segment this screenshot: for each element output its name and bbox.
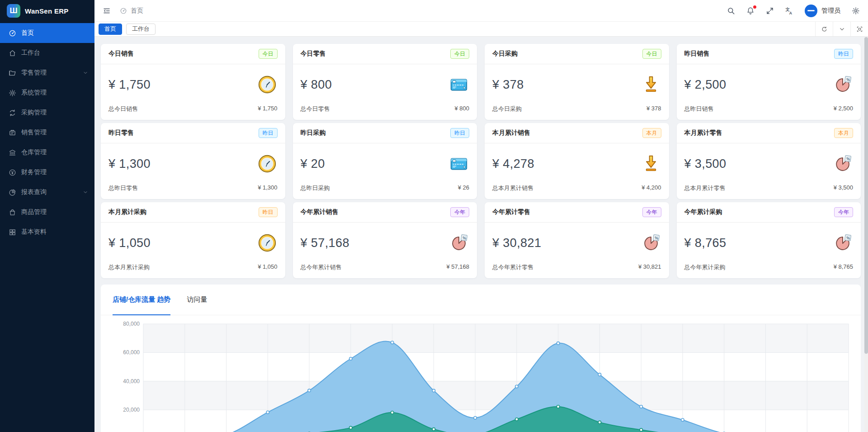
- header-actions: 文A 管理员: [727, 5, 860, 17]
- card-footer-label: 总昨日采购: [301, 184, 330, 192]
- card-value: ¥ 3,500: [684, 157, 726, 171]
- bank-card-icon: [448, 153, 469, 174]
- card-period-badge: 今年: [642, 207, 661, 217]
- card-value: ¥ 1,750: [108, 78, 151, 92]
- card-value: ¥ 20: [301, 157, 325, 171]
- stat-card: 今年累计零售 今年 ¥ 30,821 % 总今年累计零售 ¥ 30,821: [485, 202, 669, 278]
- sidebar-item-goods[interactable]: 商品管理: [0, 202, 94, 222]
- card-footer-label: 总今年累计销售: [301, 263, 342, 271]
- content-fullscreen-icon[interactable]: [850, 22, 868, 36]
- card-period-badge: 今日: [259, 49, 278, 59]
- card-footer-label: 总昨日销售: [684, 105, 714, 113]
- pie-icon: %: [641, 233, 661, 253]
- stat-card: 本月累计零售 本月 ¥ 3,500 % 总本月累计零售 ¥ 3,500: [677, 123, 861, 199]
- stat-card: 今年累计销售 今年 ¥ 57,168 % 总今年累计销售 ¥ 57,168: [293, 202, 477, 278]
- page-tabs-bar: 首页工作台: [94, 22, 868, 37]
- dashboard-icon: [120, 7, 127, 14]
- chart-tab[interactable]: 店铺/仓库流量 趋势: [113, 285, 170, 315]
- finance-icon: [9, 169, 16, 176]
- sidebar-item-retail[interactable]: 零售管理: [0, 63, 94, 83]
- card-footer-label: 总今年累计零售: [492, 263, 533, 271]
- stat-card: 昨日销售 昨日 ¥ 2,500 % 总昨日销售 ¥ 2,500: [677, 44, 861, 120]
- card-footer-value: ¥ 3,500: [834, 184, 853, 192]
- page-tabs: 首页工作台: [99, 24, 160, 35]
- top-header: 首页 文A 管理员: [94, 0, 868, 22]
- card-value: ¥ 8,765: [684, 236, 726, 250]
- pie-icon: %: [448, 233, 469, 253]
- sidebar-item-label: 采购管理: [21, 109, 88, 117]
- app-title: WanSen ERP: [25, 7, 69, 15]
- card-period-badge: 昨日: [834, 49, 853, 59]
- card-period-badge: 本月: [834, 128, 853, 138]
- sidebar-item-workbench[interactable]: 工作台: [0, 43, 94, 63]
- card-title: 本月累计销售: [492, 129, 530, 137]
- sidebar-item-reports[interactable]: 报表查询: [0, 182, 94, 202]
- breadcrumb: 首页: [120, 7, 143, 15]
- stat-card: 今年累计采购 今年 ¥ 8,765 % 总今年累计采购 ¥ 8,765: [677, 202, 861, 278]
- sidebar-menu: 首页 工作台 零售管理 系统管理 采购管理 销售管理 仓库管理 财务管理 报表查…: [0, 22, 94, 242]
- stat-card: 昨日采购 昨日 ¥ 20 总昨日采购 ¥ 26: [293, 123, 477, 199]
- card-value: ¥ 30,821: [492, 236, 541, 250]
- settings-gear-icon[interactable]: [852, 7, 860, 15]
- page-tab[interactable]: 工作台: [126, 24, 156, 35]
- notifications-button[interactable]: [746, 7, 755, 15]
- card-footer-value: ¥ 1,300: [258, 184, 277, 192]
- tab-controls: [815, 22, 868, 36]
- sidebar-item-finance[interactable]: 财务管理: [0, 162, 94, 182]
- user-menu[interactable]: 管理员: [805, 5, 840, 17]
- stat-card: 今日采购 今日 ¥ 378 总今日采购 ¥ 378: [485, 44, 669, 120]
- stat-card: 今日零售 今日 ¥ 800 总今日零售 ¥ 800: [293, 44, 477, 120]
- clock-icon: [257, 233, 278, 253]
- stat-card: 今日销售 今日 ¥ 1,750 总今日销售 ¥ 1,750: [101, 44, 285, 120]
- svg-text:%: %: [654, 236, 658, 241]
- scrollbar-thumb[interactable]: [864, 37, 868, 354]
- card-footer-label: 总昨日零售: [108, 184, 138, 192]
- card-title: 今年累计零售: [492, 208, 530, 216]
- sidebar-item-sales[interactable]: 销售管理: [0, 123, 94, 142]
- sidebar-item-label: 基本资料: [21, 228, 88, 236]
- sidebar-item-system[interactable]: 系统管理: [0, 83, 94, 103]
- trend-chart-card: 店铺/仓库流量 趋势访问量 20,00040,00060,00080,000: [101, 285, 861, 432]
- download-icon: [641, 153, 661, 174]
- home-icon: [9, 49, 16, 57]
- chart-tab[interactable]: 访问量: [187, 285, 207, 315]
- card-value: ¥ 57,168: [301, 236, 349, 250]
- page-tab[interactable]: 首页: [99, 24, 122, 35]
- card-value: ¥ 1,300: [108, 157, 151, 171]
- search-icon[interactable]: [727, 7, 735, 15]
- card-title: 今日销售: [108, 50, 134, 58]
- sidebar-item-dashboard[interactable]: 首页: [0, 23, 94, 43]
- card-footer-value: ¥ 378: [646, 105, 661, 113]
- vertical-scrollbar[interactable]: [864, 37, 868, 432]
- svg-text:%: %: [846, 77, 850, 82]
- chevron-down-icon[interactable]: [833, 22, 850, 36]
- svg-text:%: %: [846, 236, 850, 241]
- card-value: ¥ 2,500: [684, 78, 726, 92]
- app-logo[interactable]: Ш WanSen ERP: [0, 0, 94, 22]
- sidebar-collapse-icon[interactable]: [103, 7, 111, 15]
- card-title: 昨日采购: [301, 129, 326, 137]
- card-footer-label: 总今年累计采购: [684, 263, 726, 271]
- clock-icon: [257, 74, 278, 95]
- clock-icon: [257, 153, 278, 174]
- sidebar-item-purchase[interactable]: 采购管理: [0, 103, 94, 123]
- app-root: Ш WanSen ERP 首页 工作台 零售管理 系统管理 采购管理 销售管理 …: [0, 0, 868, 432]
- sidebar-item-warehouse[interactable]: 仓库管理: [0, 142, 94, 162]
- card-period-badge: 昨日: [259, 207, 278, 217]
- translate-icon[interactable]: 文A: [785, 7, 793, 15]
- sidebar-item-basic[interactable]: 基本资料: [0, 222, 94, 242]
- refresh-icon[interactable]: [815, 22, 833, 36]
- card-value: ¥ 1,050: [108, 236, 151, 250]
- svg-text:60,000: 60,000: [123, 349, 140, 356]
- grid-icon: [9, 228, 16, 236]
- fullscreen-icon[interactable]: [766, 7, 774, 15]
- breadcrumb-label[interactable]: 首页: [131, 7, 143, 15]
- sidebar-item-label: 仓库管理: [21, 148, 88, 157]
- svg-text:80,000: 80,000: [123, 321, 140, 327]
- card-footer-label: 总本月累计零售: [684, 184, 726, 192]
- avatar: [805, 5, 817, 17]
- card-title: 昨日零售: [108, 129, 134, 137]
- card-title: 今年累计采购: [684, 208, 722, 216]
- card-footer-value: ¥ 8,765: [834, 263, 853, 271]
- sidebar-item-label: 销售管理: [21, 128, 88, 137]
